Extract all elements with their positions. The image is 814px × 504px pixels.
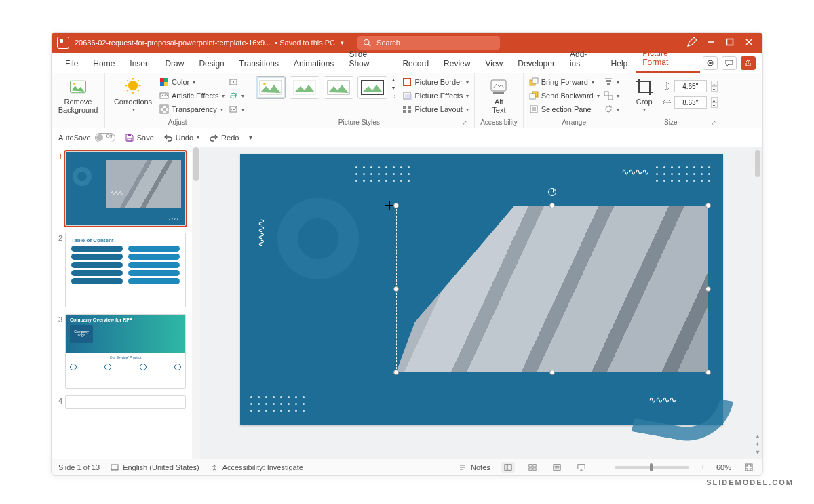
send-backward-button[interactable]: Send Backward▾ bbox=[529, 90, 600, 102]
picture-border-button[interactable]: Picture Border▾ bbox=[402, 76, 469, 88]
notes-button[interactable]: Notes bbox=[459, 463, 490, 471]
tab-insert[interactable]: Insert bbox=[123, 56, 157, 73]
size-launcher-icon[interactable]: ⤢ bbox=[711, 119, 716, 126]
resize-handle[interactable] bbox=[393, 286, 399, 292]
reading-view-button[interactable] bbox=[550, 462, 564, 473]
selected-picture[interactable] bbox=[396, 206, 708, 372]
sorter-view-button[interactable] bbox=[526, 462, 539, 473]
save-status[interactable]: • Saved to this PC bbox=[275, 39, 335, 47]
camera-mode-button[interactable] bbox=[703, 56, 718, 70]
language-button[interactable]: English (United States) bbox=[111, 463, 199, 471]
slide-counter-label[interactable]: Slide 1 of 13 bbox=[58, 463, 100, 471]
artistic-effects-button[interactable]: Artistic Effects▾ bbox=[159, 90, 225, 102]
resize-handle[interactable] bbox=[393, 203, 399, 208]
slide-canvas[interactable]: ∿∿∿∿ ∿∿∿∿ ∿∿∿∿ bbox=[240, 154, 723, 425]
svg-rect-25 bbox=[160, 105, 163, 108]
rotate-button[interactable]: ▾ bbox=[604, 103, 619, 115]
width-spinner[interactable]: ▴▾ bbox=[711, 97, 718, 108]
maximize-button[interactable] bbox=[726, 38, 734, 47]
height-spinner[interactable]: ▴▾ bbox=[711, 81, 718, 92]
canvas-scrollbar[interactable]: ▲✦▼ bbox=[753, 147, 762, 459]
reset-picture-button[interactable]: ▾ bbox=[229, 103, 244, 115]
zoom-level[interactable]: 60% bbox=[716, 463, 731, 471]
normal-view-button[interactable] bbox=[501, 462, 515, 473]
chevron-down-icon[interactable]: ▾ bbox=[341, 39, 344, 46]
styles-launcher-icon[interactable]: ⤢ bbox=[462, 119, 467, 126]
styles-gallery-more[interactable]: ▴▾⋮ bbox=[391, 76, 398, 99]
height-input[interactable]: 4.65" ▴▾ bbox=[662, 80, 718, 92]
tab-file[interactable]: File bbox=[58, 56, 85, 73]
svg-rect-69 bbox=[529, 464, 532, 466]
tab-help[interactable]: Help bbox=[604, 56, 635, 73]
fit-to-window-button[interactable] bbox=[742, 462, 756, 473]
thumbnail-scrollbar[interactable] bbox=[192, 147, 200, 459]
save-button[interactable]: Save bbox=[125, 133, 154, 142]
zoom-slider[interactable] bbox=[615, 466, 689, 469]
zoom-in-button[interactable]: + bbox=[700, 462, 705, 472]
color-button[interactable]: Color▾ bbox=[159, 76, 225, 88]
minimize-button[interactable] bbox=[707, 38, 715, 47]
tab-home[interactable]: Home bbox=[86, 56, 121, 73]
slideshow-view-button[interactable] bbox=[575, 462, 588, 473]
picture-style-4[interactable] bbox=[357, 76, 387, 99]
selection-pane-button[interactable]: Selection Pane bbox=[529, 103, 600, 115]
rotate-handle[interactable] bbox=[548, 188, 556, 196]
bring-forward-button[interactable]: Bring Forward▾ bbox=[529, 76, 600, 88]
tab-animations[interactable]: Animations bbox=[287, 56, 341, 73]
resize-handle[interactable] bbox=[705, 370, 711, 375]
tab-view[interactable]: View bbox=[478, 56, 509, 73]
remove-background-label: Remove Background bbox=[58, 98, 98, 114]
accessibility-group-label: Accessibility bbox=[480, 118, 517, 126]
tab-slideshow[interactable]: Slide Show bbox=[342, 46, 394, 73]
resize-handle[interactable] bbox=[549, 370, 555, 375]
document-title: 20636-02-request-for-proposal-powerpoint… bbox=[75, 39, 271, 47]
tab-design[interactable]: Design bbox=[192, 56, 231, 73]
resize-handle[interactable] bbox=[705, 286, 711, 292]
slide-thumbnail-4[interactable]: 4 bbox=[53, 395, 191, 409]
alt-text-button[interactable]: Alt Text bbox=[484, 76, 513, 114]
close-button[interactable] bbox=[745, 38, 753, 47]
resize-handle[interactable] bbox=[393, 370, 399, 375]
decorative-dots bbox=[250, 396, 305, 412]
width-input[interactable]: 8.63" ▴▾ bbox=[662, 96, 718, 109]
picture-style-2[interactable] bbox=[290, 76, 319, 99]
tab-record[interactable]: Record bbox=[395, 56, 435, 73]
resize-handle[interactable] bbox=[705, 203, 711, 208]
tab-addins[interactable]: Add-ins bbox=[563, 46, 603, 73]
tab-developer[interactable]: Developer bbox=[511, 56, 562, 73]
autosave-label: AutoSave bbox=[58, 134, 91, 142]
tab-transitions[interactable]: Transitions bbox=[233, 56, 286, 73]
change-picture-button[interactable]: ▾ bbox=[229, 90, 244, 102]
resize-handle[interactable] bbox=[549, 203, 555, 208]
comments-button[interactable] bbox=[722, 56, 737, 70]
redo-button[interactable]: Redo bbox=[209, 133, 239, 142]
slide-thumbnail-2[interactable]: 2 Table of Content bbox=[53, 233, 191, 307]
slide-thumbnail-1[interactable]: 1 ∿∿∿//// bbox=[53, 151, 191, 226]
compress-pictures-button[interactable] bbox=[229, 76, 244, 88]
remove-background-button[interactable]: Remove Background bbox=[57, 76, 99, 114]
align-button[interactable]: ▾ bbox=[604, 76, 619, 88]
group-button[interactable]: ▾ bbox=[604, 90, 619, 102]
picture-style-3[interactable] bbox=[324, 76, 353, 99]
crop-button[interactable]: Crop▾ bbox=[631, 76, 658, 113]
tab-draw[interactable]: Draw bbox=[158, 56, 191, 73]
accessibility-status[interactable]: Accessibility: Investigate bbox=[210, 463, 303, 471]
decorative-dots bbox=[656, 166, 711, 182]
picture-style-1[interactable] bbox=[256, 76, 286, 99]
qat-customize-button[interactable]: ▾ bbox=[248, 134, 252, 141]
corrections-button[interactable]: Corrections▾ bbox=[111, 76, 155, 113]
slide-canvas-area[interactable]: ∿∿∿∿ ∿∿∿∿ ∿∿∿∿ bbox=[201, 147, 762, 459]
zoom-out-button[interactable]: − bbox=[599, 462, 604, 472]
slide-thumbnail-3[interactable]: 3 Company Overview for RFP Company Logo … bbox=[53, 314, 191, 389]
share-button[interactable] bbox=[741, 56, 756, 70]
picture-layout-button[interactable]: Picture Layout▾ bbox=[402, 103, 469, 115]
transparency-button[interactable]: Transparency▾ bbox=[159, 103, 225, 115]
autosave-toggle[interactable]: Off bbox=[95, 133, 115, 142]
undo-button[interactable]: Undo▾ bbox=[163, 133, 199, 142]
svg-rect-79 bbox=[745, 464, 752, 471]
picture-effects-button[interactable]: Picture Effects▾ bbox=[402, 90, 469, 102]
status-bar: Slide 1 of 13 English (United States) Ac… bbox=[52, 459, 762, 475]
svg-rect-50 bbox=[530, 94, 535, 99]
tab-picture-format[interactable]: Picture Format bbox=[636, 45, 700, 73]
tab-review[interactable]: Review bbox=[437, 56, 477, 73]
